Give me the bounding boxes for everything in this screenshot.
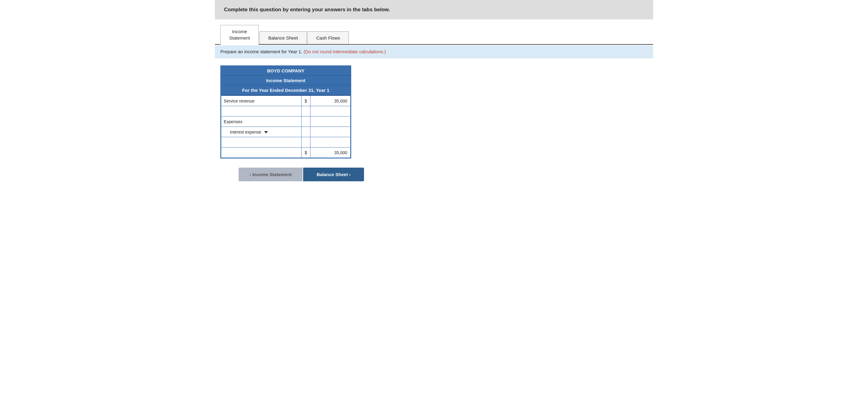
nav-buttons: ‹ Income Statement Balance Sheet › [239, 168, 648, 181]
prev-chevron-icon: ‹ [250, 172, 251, 177]
empty-value-2[interactable] [310, 137, 351, 148]
header-text: Complete this question by entering your … [224, 7, 390, 12]
total-input-label[interactable] [224, 150, 299, 155]
table-row: $ 35,000 [221, 148, 351, 158]
total-symbol: $ [301, 148, 310, 158]
service-revenue-symbol: $ [301, 96, 310, 106]
empty-input-value-1[interactable] [313, 109, 347, 114]
instruction-row: Prepare an income statement for Year 1. … [215, 45, 653, 58]
table-company-name: BOYD COMPANY [221, 66, 351, 76]
page-container: Complete this question by entering your … [215, 0, 653, 190]
service-revenue-label: Service revenue [221, 96, 302, 106]
next-button[interactable]: Balance Sheet › [303, 168, 364, 181]
interest-expense-value[interactable] [310, 127, 351, 137]
table-row: Service revenue $ 35,000 [221, 96, 351, 106]
table-row: Expenses [221, 117, 351, 127]
table-period: For the Year Ended December 31, Year 1 [221, 86, 351, 96]
tab-cash-flows[interactable]: Cash Flows [307, 31, 349, 44]
table-title: Income Statement [221, 76, 351, 86]
table-row [221, 137, 351, 148]
empty-value-1[interactable] [310, 106, 351, 117]
interest-expense-input[interactable] [313, 130, 347, 134]
interest-expense-label[interactable]: Interest expense [221, 127, 302, 137]
next-label: Balance Sheet [316, 172, 348, 177]
tab-balance-sheet[interactable]: Balance Sheet [259, 31, 307, 44]
table-row [221, 106, 351, 117]
table-row: Interest expense [221, 127, 351, 137]
fin-table: Service revenue $ 35,000 [221, 96, 351, 158]
service-revenue-text: Service revenue [224, 99, 254, 103]
empty-input-value-2[interactable] [313, 140, 347, 145]
interest-expense-symbol [301, 127, 310, 137]
empty-symbol-1 [301, 106, 310, 117]
total-value: 35,000 [310, 148, 351, 158]
total-label[interactable] [221, 148, 302, 158]
instruction-note: (Do not round intermediate calculations.… [304, 49, 386, 54]
instruction-static: Prepare an income statement for Year 1. [220, 49, 302, 54]
next-chevron-icon: › [349, 172, 351, 177]
empty-label-2[interactable] [221, 137, 302, 148]
empty-symbol-2 [301, 137, 310, 148]
prev-button[interactable]: ‹ Income Statement [239, 168, 303, 181]
expenses-symbol [301, 117, 310, 127]
empty-input-label-1[interactable] [224, 109, 299, 114]
expenses-value [310, 117, 351, 127]
financial-table: BOYD COMPANY Income Statement For the Ye… [220, 65, 351, 158]
empty-label-1[interactable] [221, 106, 302, 117]
dropdown-arrow-icon[interactable] [264, 131, 268, 133]
service-revenue-value: 35,000 [310, 96, 351, 106]
header-banner: Complete this question by entering your … [215, 0, 653, 20]
empty-input-label-2[interactable] [224, 140, 299, 145]
expenses-label: Expenses [221, 117, 302, 127]
tab-income-statement[interactable]: IncomeStatement [220, 25, 259, 45]
tabs-container: IncomeStatement Balance Sheet Cash Flows [215, 20, 653, 45]
prev-label: Income Statement [252, 172, 291, 177]
content-area: BOYD COMPANY Income Statement For the Ye… [215, 58, 653, 190]
